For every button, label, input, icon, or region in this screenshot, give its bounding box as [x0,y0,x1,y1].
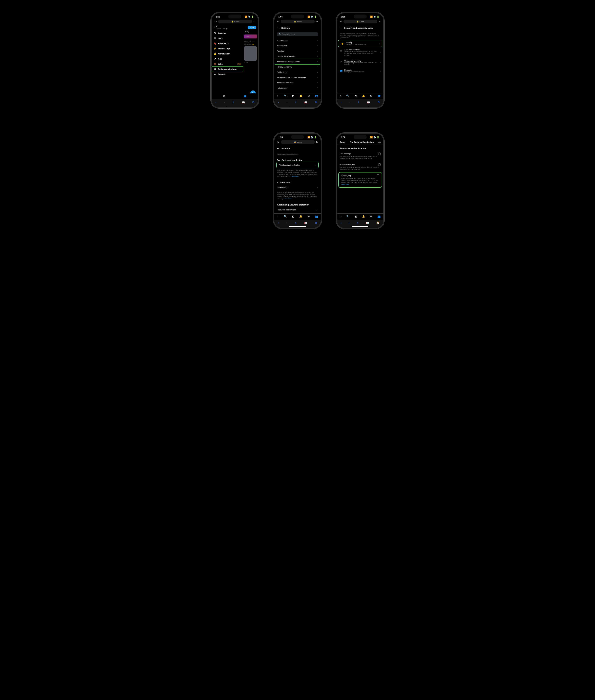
home-icon[interactable]: ⌂ [340,95,341,98]
search-icon[interactable]: 🔍 [346,215,349,218]
people-icon[interactable]: 👥 [244,95,246,98]
row-accessibility[interactable]: Accessibility, display, and languages› [275,75,320,80]
tabs-button[interactable]: ⧉ [315,221,317,224]
row-delegate[interactable]: 👥 DelegateManage your shared accounts. › [337,68,383,75]
forward-button[interactable]: › [349,221,349,224]
forward-button[interactable]: › [286,101,287,104]
home-icon[interactable]: ⌂ [277,215,279,218]
back-arrow-icon[interactable]: ← [277,147,279,150]
mail-icon[interactable]: ✉ [370,95,372,98]
bell-icon[interactable]: 🔔 [299,215,303,218]
address-bar[interactable]: 🔒x.com [343,20,377,23]
row-monetization[interactable]: Monetization› [275,43,320,48]
back-button[interactable]: ‹ [216,101,216,104]
learn-more-link[interactable]: Learn more [291,176,299,177]
share-button[interactable]: ⇪ [357,221,359,224]
home-icon[interactable]: ⌂ [340,215,341,218]
menu-premium[interactable]: 𝕏Premium [212,31,243,36]
bookmarks-button[interactable]: 📖 [304,221,308,224]
menu-verified-orgs[interactable]: ⚡Verified Orgs [212,46,243,51]
menu-lists[interactable]: ☰Lists [212,36,243,41]
text-size-button[interactable]: AA [277,141,280,143]
option-text-message[interactable]: Text message Use your mobile phone to re… [337,151,383,161]
open-app-button[interactable]: OPEN [248,26,256,29]
bell-icon[interactable]: 🔔 [362,215,365,218]
row-notifications[interactable]: Notifications› [275,70,320,75]
back-arrow-icon[interactable]: ← [277,26,279,29]
row-additional-resources[interactable]: Additional resources› [275,80,320,85]
search-icon[interactable]: 🔍 [284,95,287,98]
menu-monetization[interactable]: 💰Monetization [212,51,243,56]
tabs-button[interactable]: ⧉ [252,101,254,104]
checkbox[interactable] [378,163,380,166]
share-button[interactable]: ⇪ [295,101,297,104]
row-password-reset-protect[interactable]: Password reset protect [275,207,320,213]
reload-button[interactable]: ↻ [379,20,380,23]
communities-icon[interactable]: 👥 [315,215,318,218]
forward-button[interactable]: › [224,101,225,104]
mail-icon[interactable]: ✉ [370,215,372,218]
tabs-button[interactable]: ⧉ [315,101,317,104]
row-creator-subscriptions[interactable]: Creator Subscriptions› [275,54,320,59]
checkbox[interactable] [377,174,379,177]
home-icon[interactable]: ⌂ [277,95,279,98]
reload-button[interactable]: ↻ [316,141,318,143]
row-2fa[interactable]: Two-factor authentication › [277,162,318,168]
bookmarks-button[interactable]: 📖 [367,101,370,104]
back-arrow-icon[interactable]: ← [339,26,342,29]
bookmarks-button[interactable]: 📖 [366,221,369,224]
row-premium[interactable]: Premium› [275,48,320,54]
checkbox[interactable] [316,209,318,211]
back-button[interactable]: ‹ [341,221,342,224]
bell-icon[interactable]: 🔔 [362,95,365,98]
text-size-button[interactable]: AA [378,141,380,143]
bookmarks-button[interactable]: 📖 [304,101,308,104]
share-button[interactable]: ⇪ [357,101,360,104]
reload-button[interactable]: ↻ [253,20,255,23]
mail-icon[interactable]: ✉ [308,95,310,98]
tabs-safari-button[interactable]: 🧭 [376,221,379,224]
menu-jobs[interactable]: 💼JobsBeta [212,61,243,66]
back-button[interactable]: ‹ [278,221,279,224]
row-connected-accounts[interactable]: ⇄ Connected accountsManage Google or App… [337,58,383,68]
row-privacy-safety[interactable]: Privacy and safety› [275,64,320,70]
share-button[interactable]: ⇪ [295,221,297,224]
menu-settings-privacy[interactable]: ⚙Settings and privacy [212,66,243,72]
forward-button[interactable]: › [286,221,287,224]
address-bar[interactable]: 🔒 x.com [218,20,252,23]
menu-ads[interactable]: ↗Ads [212,56,243,61]
search-icon[interactable]: 🔍 [346,95,349,98]
done-button[interactable]: Done [340,141,345,143]
address-bar[interactable]: 🔒x.com [281,20,315,23]
text-size-button[interactable]: AA [215,21,217,23]
reload-button[interactable]: ↻ [316,20,318,23]
tabs-button[interactable]: ⧉ [378,101,379,104]
communities-icon[interactable]: 👥 [377,215,380,218]
forward-button[interactable]: › [349,101,350,104]
checkbox[interactable] [378,153,380,155]
row-help-center[interactable]: Help Center↗ [275,85,320,91]
option-auth-app[interactable]: Authentication app Use a mobile authenti… [337,161,383,172]
mail-icon[interactable]: ✉ [308,215,310,218]
option-security-key[interactable]: Security key Use a security key that ins… [339,172,381,188]
mail-icon[interactable]: ✉ [223,95,225,98]
bell-icon[interactable]: 🔔 [299,95,303,98]
bookmarks-button[interactable]: 📖 [242,101,245,104]
grok-icon[interactable]: ◩ [355,95,357,98]
search-settings-input[interactable]: 🔍 Search Settings [277,32,318,36]
grok-icon[interactable]: ◩ [355,215,357,218]
search-icon[interactable]: 🔍 [284,215,287,218]
communities-icon[interactable]: 👥 [315,95,318,98]
grok-icon[interactable]: ◩ [292,95,294,98]
row-your-account[interactable]: Your account› [275,38,320,43]
text-size-button[interactable]: AA [340,21,342,23]
row-apps-sessions[interactable]: ▦ Apps and sessionsSee information about… [337,47,383,58]
grok-icon[interactable]: ◩ [292,215,294,218]
communities-icon[interactable]: 👥 [377,95,380,98]
learn-more-link[interactable]: Learn more [284,198,291,200]
row-security[interactable]: 🔒 SecurityManage your account's security… [338,40,382,47]
row-security-access[interactable]: Security and account access› [275,59,320,64]
learn-more-link[interactable]: Learn more [341,184,349,185]
text-size-button[interactable]: AA [277,21,280,23]
back-button[interactable]: ‹ [341,101,342,104]
